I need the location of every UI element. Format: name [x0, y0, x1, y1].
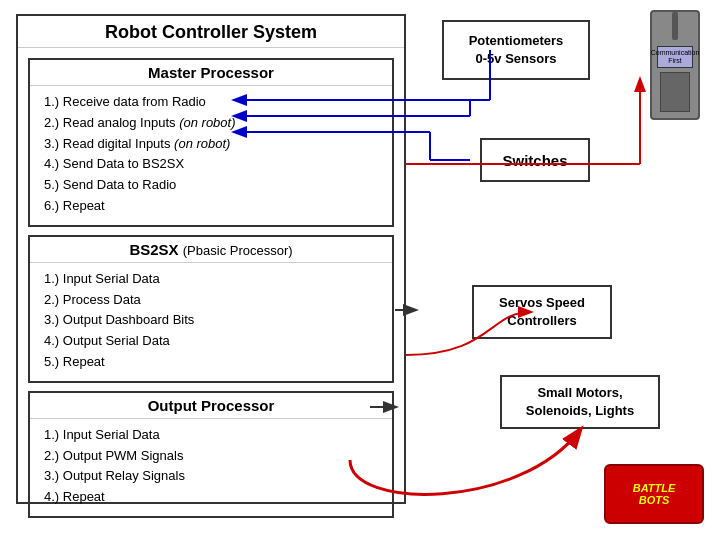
list-item: 3.) Read digital Inputs (on robot): [44, 134, 382, 155]
bs2sx-list: 1.) Input Serial Data 2.) Process Data 3…: [30, 263, 392, 381]
bs2sx-title: BS2SX (Pbasic Processor): [30, 237, 392, 263]
list-item: 1.) Input Serial Data: [44, 425, 382, 446]
radio-device: CommunicationFirst: [650, 10, 700, 120]
page: Robot Controller System Master Processor…: [0, 0, 720, 540]
small-motors-label: Small Motors,Solenoids, Lights: [526, 384, 634, 420]
master-processor-list: 1.) Receive data from Radio 2.) Read ana…: [30, 86, 392, 225]
list-item: 4.) Send Data to BS2SX: [44, 154, 382, 175]
output-processor-box: Output Processor 1.) Input Serial Data 2…: [28, 391, 394, 518]
radio-screen: CommunicationFirst: [657, 46, 693, 68]
list-item: 5.) Repeat: [44, 352, 382, 373]
output-processor-list: 1.) Input Serial Data 2.) Output PWM Sig…: [30, 419, 392, 516]
list-item: 4.) Output Serial Data: [44, 331, 382, 352]
master-processor-title: Master Processor: [30, 60, 392, 86]
switches-label: Switches: [502, 152, 567, 169]
list-item: 1.) Input Serial Data: [44, 269, 382, 290]
list-item: 2.) Read analog Inputs (on robot): [44, 113, 382, 134]
bs2sx-box: BS2SX (Pbasic Processor) 1.) Input Seria…: [28, 235, 394, 383]
bs2sx-subtitle: (Pbasic Processor): [183, 243, 293, 258]
servos-label: Servos SpeedControllers: [499, 294, 585, 330]
list-item: 6.) Repeat: [44, 196, 382, 217]
list-item: 3.) Output Dashboard Bits: [44, 310, 382, 331]
bs2sx-label: BS2SX: [129, 241, 178, 258]
servos-box: Servos SpeedControllers: [472, 285, 612, 339]
master-processor-box: Master Processor 1.) Receive data from R…: [28, 58, 394, 227]
switches-box: Switches: [480, 138, 590, 182]
list-item: 3.) Output Relay Signals: [44, 466, 382, 487]
list-item: 1.) Receive data from Radio: [44, 92, 382, 113]
list-item: 5.) Send Data to Radio: [44, 175, 382, 196]
battlebots-logo: BATTLEBOTS: [604, 464, 704, 524]
radio-antenna: [672, 12, 678, 40]
list-item: 2.) Process Data: [44, 290, 382, 311]
list-item: 4.) Repeat: [44, 487, 382, 508]
robot-controller-box: Robot Controller System Master Processor…: [16, 14, 406, 504]
radio-body: [660, 72, 690, 112]
list-item: 2.) Output PWM Signals: [44, 446, 382, 467]
output-processor-title: Output Processor: [30, 393, 392, 419]
robot-controller-title: Robot Controller System: [18, 16, 404, 48]
battlebots-text: BATTLEBOTS: [633, 482, 676, 506]
small-motors-box: Small Motors,Solenoids, Lights: [500, 375, 660, 429]
potentiometers-label: Potentiometers0-5v Sensors: [469, 32, 564, 68]
potentiometers-box: Potentiometers0-5v Sensors: [442, 20, 590, 80]
